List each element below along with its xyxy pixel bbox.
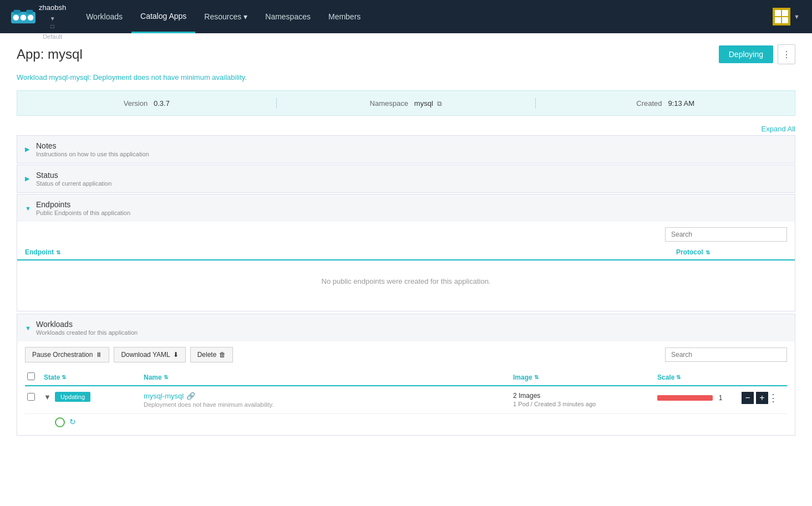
navbar: ■ zhaobsh ▼ □ Default Workloads Catalog … (0, 0, 812, 33)
pod-status-icon (55, 417, 65, 427)
resources-arrow-icon: ▾ (243, 12, 247, 21)
row-scale-cell: 1 − + (657, 392, 768, 404)
svg-rect-4 (13, 10, 20, 14)
endpoints-body: Endpoint ⇅ Protocol ⇅ No public endpoint… (17, 222, 795, 311)
page-header: App: mysql Deploying ⋮ (17, 44, 795, 64)
workloads-header-text: Workloads Workloads created for this app… (36, 320, 138, 336)
page-content: App: mysql Deploying ⋮ Workload mysql-my… (0, 33, 812, 447)
nav-catalog-apps[interactable]: Catalog Apps (131, 0, 195, 33)
brand[interactable]: ■ zhaobsh ▼ □ Default (6, 0, 72, 41)
expand-all-row: Expand All (17, 125, 795, 133)
th-protocol[interactable]: Protocol ⇅ (676, 248, 787, 256)
copy-namespace-icon[interactable]: ⧉ (437, 100, 442, 108)
workload-link-icon: 🔗 (186, 392, 195, 400)
svg-point-3 (28, 14, 34, 21)
workloads-chevron-icon: ▼ (25, 325, 32, 331)
info-bar: Version 0.3.7 Namespace mysql ⧉ Created … (17, 90, 795, 116)
user-avatar-icon (773, 8, 790, 25)
th-endpoint[interactable]: Endpoint ⇅ (25, 248, 676, 256)
row-actions-cell: ⋮ (768, 392, 785, 404)
scale-number: 1 (716, 394, 725, 402)
th-name[interactable]: Name ⇅ (144, 374, 513, 381)
th-scale[interactable]: Scale ⇅ (657, 374, 768, 381)
notes-section: ▶ Notes Instructions on how to use this … (17, 135, 795, 163)
endpoints-search-input[interactable] (665, 227, 787, 242)
delete-button[interactable]: Delete 🗑 (190, 347, 234, 362)
notes-header-text: Notes Instructions on how to use this ap… (36, 141, 149, 157)
status-header-text: Status Status of current application (36, 171, 111, 187)
ns-icon: □ (51, 23, 54, 30)
endpoints-search-row (17, 222, 795, 245)
select-all-checkbox[interactable] (27, 372, 35, 380)
workloads-header[interactable]: ▼ Workloads Workloads created for this a… (17, 314, 795, 341)
expand-all-link[interactable]: Expand All (762, 125, 795, 133)
ns-name: Default (43, 33, 62, 41)
endpoints-section: ▼ Endpoints Public Endpoints of this app… (17, 194, 795, 311)
endpoints-chevron-icon: ▼ (25, 205, 32, 212)
workloads-body: Pause Orchestration ⏸ Download YAML ⬇ De… (17, 341, 795, 435)
org-chevron-icon: ▼ (50, 15, 55, 23)
th-image[interactable]: Image ⇅ (513, 374, 657, 381)
table-row: ▼ Updating mysql-mysql 🔗 Deployment does… (25, 386, 787, 414)
workload-error-text: Deployment does not have minimum availab… (144, 401, 513, 408)
row-state-cell: Updating (55, 392, 144, 402)
refresh-icon[interactable]: ↻ (69, 417, 79, 427)
row-more-options-icon[interactable]: ⋮ (768, 392, 778, 404)
row-checkbox[interactable] (27, 393, 35, 401)
endpoint-sort-icon: ⇅ (56, 249, 60, 255)
info-created: Created 9:13 AM (536, 99, 795, 108)
scale-decrease-button[interactable]: − (742, 392, 754, 404)
user-chevron-icon: ▼ (794, 13, 800, 20)
warning-message[interactable]: Workload mysql-mysql: Deployment does no… (17, 73, 795, 81)
user-avatar-button[interactable]: ▼ (766, 4, 806, 29)
org-icon: ■ (50, 0, 54, 1)
status-header[interactable]: ▶ Status Status of current application (17, 165, 795, 192)
org-name: zhaobsh (39, 3, 66, 13)
svg-point-2 (21, 14, 27, 21)
brand-info: ■ zhaobsh ▼ □ Default (39, 0, 66, 41)
navbar-right: ▼ (766, 4, 806, 29)
image-count: 2 Images (513, 392, 657, 400)
svg-point-1 (13, 14, 19, 21)
name-sort-icon: ⇅ (164, 374, 168, 380)
row-name-cell: mysql-mysql 🔗 Deployment does not have m… (144, 392, 513, 408)
state-sort-icon: ⇅ (62, 374, 66, 380)
workloads-section: ▼ Workloads Workloads created for this a… (17, 314, 795, 436)
row-expand-button[interactable]: ▼ (44, 392, 55, 401)
status-chevron-icon: ▶ (25, 175, 32, 182)
pause-icon: ⏸ (95, 351, 102, 359)
nav-links: Workloads Catalog Apps Resources ▾ Names… (77, 0, 369, 33)
nav-members[interactable]: Members (319, 0, 369, 33)
more-options-button[interactable]: ⋮ (778, 44, 795, 64)
notes-header[interactable]: ▶ Notes Instructions on how to use this … (17, 136, 795, 163)
th-state[interactable]: State ⇅ (44, 374, 144, 381)
protocol-sort-icon: ⇅ (706, 249, 710, 255)
info-namespace: Namespace mysql ⧉ (277, 99, 536, 108)
nav-namespaces[interactable]: Namespaces (256, 0, 319, 33)
brand-logo-icon (11, 7, 35, 27)
status-section: ▶ Status Status of current application (17, 165, 795, 193)
scale-increase-button[interactable]: + (756, 392, 768, 404)
workloads-search-input[interactable] (665, 347, 787, 362)
deploying-button[interactable]: Deploying (719, 45, 773, 63)
nav-workloads[interactable]: Workloads (77, 0, 131, 33)
download-icon: ⬇ (173, 351, 179, 359)
endpoints-table-header: Endpoint ⇅ Protocol ⇅ (17, 245, 795, 260)
workloads-toolbar: Pause Orchestration ⏸ Download YAML ⬇ De… (25, 347, 787, 362)
pause-orchestration-button[interactable]: Pause Orchestration ⏸ (25, 347, 109, 362)
endpoints-header[interactable]: ▼ Endpoints Public Endpoints of this app… (17, 195, 795, 222)
workload-name-link[interactable]: mysql-mysql 🔗 (144, 392, 513, 400)
download-yaml-button[interactable]: Download YAML ⬇ (114, 347, 185, 362)
header-actions: Deploying ⋮ (719, 44, 795, 64)
workload-icons-row: ↻ (25, 414, 787, 430)
svg-rect-5 (26, 10, 33, 14)
endpoints-empty-message: No public endpoints were created for thi… (17, 260, 795, 302)
nav-resources[interactable]: Resources ▾ (195, 0, 256, 33)
image-sort-icon: ⇅ (534, 374, 539, 380)
scale-sort-icon: ⇅ (676, 374, 681, 380)
image-detail: 1 Pod / Created 3 minutes ago (513, 401, 657, 407)
row-checkbox-cell (27, 392, 44, 401)
wth-checkbox (27, 372, 44, 382)
endpoints-header-text: Endpoints Public Endpoints of this appli… (36, 200, 130, 216)
row-image-cell: 2 Images 1 Pod / Created 3 minutes ago (513, 392, 657, 407)
